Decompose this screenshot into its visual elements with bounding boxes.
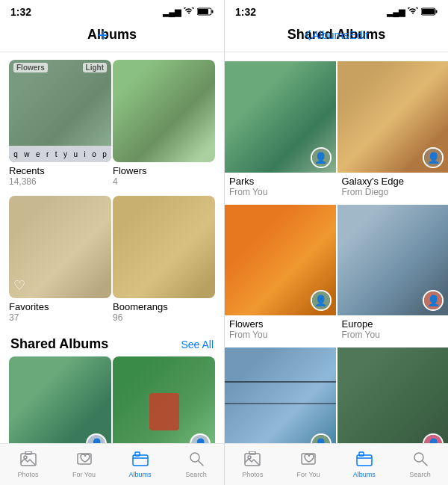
- tab-search-label: Search: [185, 471, 207, 478]
- search-tab-icon-left: [189, 451, 204, 469]
- left-nav-bar: + Albums: [0, 21, 224, 52]
- svg-rect-16: [249, 451, 255, 454]
- avatar-kona: 👤: [423, 433, 444, 444]
- svg-rect-7: [133, 455, 148, 466]
- right-screen: 1:32 ▂▄▆ Albums Shared Albums Edit: [224, 0, 448, 485]
- album-item-flowers[interactable]: Flowers 4: [113, 60, 215, 187]
- left-main-albums: Flowers Light qwertyuiop Recents 14,386 …: [0, 60, 224, 330]
- light-overlay: Light: [83, 63, 107, 72]
- tab-albums-label-right: Albums: [353, 471, 376, 478]
- album-item-favorites[interactable]: ♡ Favorites 37: [9, 196, 111, 323]
- right-album-europe[interactable]: 👤 Europe From You: [337, 205, 449, 347]
- tab-photos-right[interactable]: Photos: [225, 444, 281, 485]
- svg-rect-18: [357, 455, 372, 466]
- foryou-tab-icon: [77, 451, 92, 469]
- svg-rect-12: [436, 10, 438, 13]
- tab-foryou-right[interactable]: For You: [281, 444, 337, 485]
- album-item-recents[interactable]: Flowers Light qwertyuiop Recents 14,386: [9, 60, 111, 187]
- heart-icon: ♡: [13, 277, 25, 294]
- svg-rect-19: [359, 452, 364, 456]
- svg-rect-8: [135, 452, 140, 456]
- add-button[interactable]: +: [98, 25, 108, 46]
- shared-albums-grid: 👤 Parks From You 👤 Landscaping From Y: [0, 356, 224, 443]
- right-tab-bar: Photos For You Albums Search: [225, 443, 448, 485]
- shared-album-parks[interactable]: 👤 Parks From You: [9, 356, 111, 443]
- tab-foryou-left[interactable]: For You: [56, 444, 112, 485]
- tab-albums-label: Albums: [128, 471, 151, 478]
- right-wifi-icon: [408, 7, 418, 16]
- tab-photos-label-right: Photos: [242, 471, 263, 478]
- tab-search-left[interactable]: Search: [168, 444, 224, 485]
- tab-foryou-label: For You: [72, 471, 96, 478]
- left-time: 1:32: [10, 6, 31, 18]
- album-count-favorites: 37: [9, 312, 111, 323]
- svg-rect-5: [25, 451, 31, 454]
- see-all-button[interactable]: See All: [181, 339, 214, 350]
- right-label-galaxyedge: Galaxy's Edge: [342, 176, 444, 187]
- right-label-flowers: Flowers: [229, 318, 332, 330]
- right-info-parks: Parks From You: [225, 173, 336, 203]
- shared-thumb-landscaping: 👤: [113, 356, 215, 443]
- right-album-galaxyedge[interactable]: 👤 Galaxy's Edge From Diego: [337, 61, 449, 203]
- back-button[interactable]: Albums: [305, 28, 349, 41]
- avatar-pumpkin: 👤: [311, 433, 332, 444]
- edit-button[interactable]: Edit: [349, 28, 369, 41]
- foryou-tab-icon-right: [301, 451, 316, 469]
- right-status-bar: 1:32 ▂▄▆: [225, 0, 448, 21]
- right-sub-europe: From You: [342, 330, 444, 340]
- tab-foryou-label-right: For You: [297, 471, 320, 478]
- tab-search-label-right: Search: [409, 471, 431, 478]
- right-sub-flowers: From You: [229, 330, 332, 340]
- album-thumb-boomerangs: [113, 196, 215, 298]
- album-thumb-flowers: [113, 60, 215, 162]
- albums-tab-icon-right: [356, 451, 373, 469]
- left-nav-title: Albums: [87, 27, 137, 43]
- shared-albums-title: Shared Albums: [10, 336, 108, 352]
- right-thumb-kona: 👤: [337, 347, 449, 443]
- shared-albums-section-header: Shared Albums See All: [0, 330, 224, 356]
- flowers-overlay: Flowers: [13, 63, 48, 72]
- right-time: 1:32: [235, 6, 256, 18]
- right-albums-grid: 👤 Parks From You 👤 Galaxy's Edge From: [225, 60, 448, 443]
- right-label-parks: Parks: [229, 176, 332, 187]
- left-status-bar: 1:32 ▂▄▆: [0, 0, 224, 21]
- album-count-flowers: 4: [113, 176, 215, 187]
- svg-rect-1: [212, 10, 214, 13]
- right-thumb-galaxyedge: 👤: [337, 61, 449, 173]
- right-album-flowers[interactable]: 👤 Flowers From You: [225, 205, 336, 347]
- tab-photos-label: Photos: [17, 471, 38, 478]
- tab-albums-right[interactable]: Albums: [337, 444, 393, 485]
- album-item-boomerangs[interactable]: Boomerangs 96: [113, 196, 215, 323]
- right-album-kona[interactable]: 👤 Kona: [337, 347, 449, 443]
- left-tab-bar: Photos For You Albums Search: [0, 443, 224, 485]
- right-status-icons: ▂▄▆: [387, 7, 438, 17]
- right-info-galaxyedge: Galaxy's Edge From Diego: [337, 173, 449, 203]
- right-battery-icon: [421, 7, 438, 17]
- album-thumb-favorites: ♡: [9, 196, 111, 298]
- photos-tab-icon-right: [244, 451, 261, 469]
- shared-album-landscaping[interactable]: 👤 Landscaping From You: [113, 356, 215, 443]
- svg-rect-13: [422, 9, 435, 14]
- tab-albums-left[interactable]: Albums: [112, 444, 168, 485]
- right-thumb-flowers: 👤: [225, 205, 336, 316]
- right-album-pumpkin[interactable]: 👤 Pumpkin Patch: [225, 347, 336, 443]
- right-signal-icon: ▂▄▆: [387, 7, 405, 17]
- back-label: Albums: [312, 28, 349, 41]
- right-info-flowers: Flowers From You: [225, 315, 336, 346]
- right-album-parks[interactable]: 👤 Parks From You: [225, 61, 336, 203]
- avatar-galaxyedge: 👤: [423, 147, 444, 168]
- tab-photos-left[interactable]: Photos: [0, 444, 56, 485]
- album-count-recents: 14,386: [9, 176, 111, 187]
- right-label-europe: Europe: [342, 318, 444, 330]
- right-info-europe: Europe From You: [337, 315, 449, 346]
- battery-icon: [197, 7, 214, 17]
- right-thumb-parks: 👤: [225, 61, 336, 173]
- album-label-flowers: Flowers: [113, 165, 215, 176]
- photos-tab-icon: [20, 451, 37, 469]
- shared-thumb-parks: 👤: [9, 356, 111, 443]
- svg-point-20: [414, 453, 423, 462]
- left-screen: 1:32 ▂▄▆ + Albums Flowers Light: [0, 0, 224, 485]
- tab-search-right[interactable]: Search: [392, 444, 448, 485]
- svg-line-21: [423, 461, 427, 466]
- right-sub-galaxyedge: From Diego: [342, 187, 444, 197]
